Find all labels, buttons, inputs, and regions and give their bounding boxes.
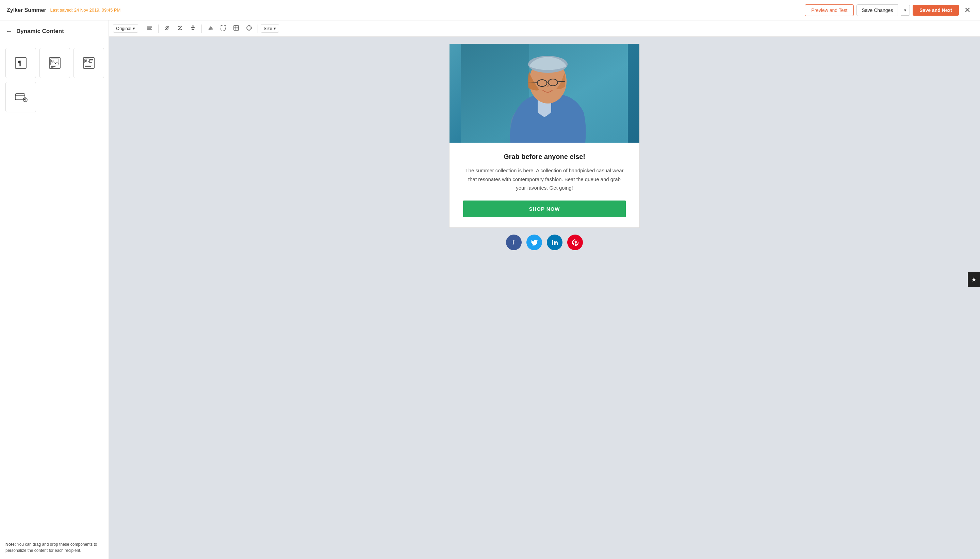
app-header: Zylker Summer Last saved: 24 Nov 2019, 0… (0, 0, 980, 20)
svg-text:¶: ¶ (18, 59, 21, 67)
canvas-wrapper: Grab before anyone else! The summer coll… (449, 37, 640, 271)
fill-color-button[interactable] (205, 23, 216, 35)
toolbar-divider-4 (257, 25, 258, 33)
fill-color-icon (207, 25, 213, 31)
svg-rect-28 (221, 26, 226, 30)
email-container: Grab before anyone else! The summer coll… (449, 44, 640, 228)
dropdown-arrow-icon: ▾ (133, 26, 135, 31)
original-label: Original (116, 26, 131, 31)
toolbar-divider-3 (201, 25, 202, 33)
unlink-button[interactable] (174, 23, 186, 35)
svg-line-24 (181, 29, 182, 30)
effects-icon (246, 25, 252, 31)
image-text-block-component[interactable] (74, 48, 104, 78)
facebook-social-icon[interactable]: f (506, 235, 521, 250)
svg-point-33 (247, 26, 251, 30)
back-button[interactable]: ← (5, 27, 12, 35)
editor-toolbar: Original ▾ (109, 20, 980, 37)
header-left: Zylker Summer Last saved: 24 Nov 2019, 0… (7, 7, 120, 13)
svg-line-23 (178, 26, 179, 27)
twitter-icon (531, 239, 538, 246)
interactive-block-icon (14, 90, 28, 104)
svg-rect-8 (85, 59, 89, 63)
preview-and-test-button[interactable]: Preview and Test (805, 5, 854, 16)
email-body: Grab before anyone else! The summer coll… (449, 143, 639, 227)
toolbar-divider-1 (141, 25, 141, 33)
link-icon (164, 25, 170, 31)
image-text-block-icon (82, 56, 96, 70)
last-saved-label: Last saved: 24 Nov 2019, 09:45 PM (50, 8, 121, 13)
editor-area: Original ▾ (109, 20, 980, 559)
svg-rect-47 (552, 241, 553, 245)
select-icon (220, 25, 226, 31)
svg-point-34 (248, 26, 251, 29)
text-block-icon: ¶ (14, 56, 28, 70)
size-arrow-icon: ▾ (274, 26, 276, 31)
sidebar-header: ← Dynamic Content (0, 20, 109, 42)
anchor-button[interactable] (187, 23, 199, 35)
effects-button[interactable] (243, 23, 255, 35)
linkedin-social-icon[interactable] (547, 235, 563, 250)
component-grid: ¶ (0, 42, 109, 118)
header-right: Preview and Test Save Changes ▾ Save and… (805, 5, 973, 16)
image-block-component[interactable] (40, 48, 70, 78)
pinterest-icon (571, 239, 579, 246)
svg-point-48 (552, 240, 553, 241)
social-links-row: f (449, 228, 640, 257)
anchor-icon (190, 25, 196, 31)
favorites-button[interactable]: ★ (968, 272, 980, 287)
chevron-down-icon: ▾ (904, 8, 906, 13)
email-body-text: The summer collection is here. A collect… (463, 166, 626, 192)
main-layout: ← Dynamic Content ¶ (0, 20, 980, 559)
image-block-icon (48, 56, 62, 70)
note-text: You can drag and drop these components t… (5, 542, 97, 553)
sidebar-title: Dynamic Content (16, 28, 64, 35)
svg-line-44 (528, 82, 537, 83)
save-and-next-button[interactable]: Save and Next (912, 5, 959, 16)
shop-now-button[interactable]: SHOP NOW (463, 200, 626, 217)
table-button[interactable] (230, 23, 242, 35)
svg-rect-29 (234, 26, 239, 30)
twitter-social-icon[interactable] (526, 235, 542, 250)
unlink-icon (177, 25, 183, 31)
save-changes-dropdown-button[interactable]: ▾ (901, 5, 910, 16)
original-dropdown[interactable]: Original ▾ (113, 24, 138, 33)
email-hero-image (449, 44, 639, 143)
email-headline: Grab before anyone else! (463, 153, 626, 161)
size-dropdown[interactable]: Size ▾ (261, 24, 279, 33)
note-bold: Note: (5, 542, 16, 547)
pinterest-social-icon[interactable] (567, 235, 583, 250)
save-changes-button[interactable]: Save Changes (856, 5, 898, 16)
size-label: Size (264, 26, 272, 31)
hero-image-svg (461, 44, 628, 143)
close-button[interactable]: ✕ (962, 5, 973, 16)
text-block-component[interactable]: ¶ (5, 48, 36, 78)
facebook-icon: f (510, 239, 518, 246)
link-button[interactable] (161, 23, 173, 35)
dynamic-content-sidebar: ← Dynamic Content ¶ (0, 20, 109, 559)
linkedin-icon (551, 239, 558, 246)
svg-line-45 (558, 81, 565, 82)
align-button[interactable] (144, 23, 155, 35)
sidebar-note: Note: You can drag and drop these compon… (0, 536, 109, 559)
table-icon (233, 25, 239, 31)
app-title: Zylker Summer (7, 7, 46, 13)
email-canvas: Grab before anyone else! The summer coll… (109, 37, 980, 559)
align-icon (147, 25, 153, 31)
svg-text:f: f (513, 240, 515, 245)
svg-point-25 (192, 26, 194, 27)
toolbar-divider-2 (158, 25, 158, 33)
interactive-block-component[interactable] (5, 82, 36, 112)
select-button[interactable] (218, 23, 229, 35)
